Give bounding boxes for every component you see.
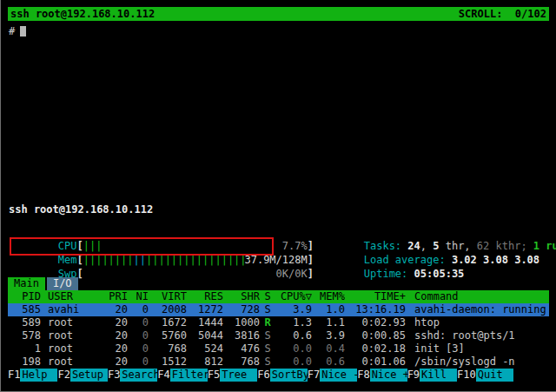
- cell-shr: 1000: [223, 316, 260, 329]
- cell-virt: 2008: [149, 303, 187, 316]
- header-ni[interactable]: NI: [128, 290, 149, 303]
- tab-io[interactable]: I/O: [47, 277, 78, 290]
- cell-command: avahi-daemon: running: [406, 303, 549, 316]
- fnkey-action: Kill: [420, 369, 457, 382]
- header-state[interactable]: S: [260, 290, 275, 303]
- fnkey-quit[interactable]: F10Quit: [457, 369, 513, 382]
- bottom-pane-title: ssh root@192.168.10.112: [9, 203, 153, 216]
- cell-pid: 1: [8, 342, 41, 355]
- cell-state: R: [260, 316, 275, 329]
- process-row[interactable]: 1 root 20 0 768 524 476 S 0.0 0.4 0:02.1…: [8, 342, 549, 355]
- running-label: running: [539, 240, 556, 252]
- cell-ni: 0: [128, 329, 149, 342]
- cell-pri: 20: [103, 342, 128, 355]
- cell-user: root: [41, 329, 103, 342]
- cell-pri: 20: [103, 355, 128, 369]
- fnkey-action: Nice -: [320, 369, 357, 382]
- cell-user: root: [41, 355, 103, 369]
- fnkey-sortby[interactable]: F6SortBy: [257, 369, 307, 382]
- fnkey-help[interactable]: F1Help: [8, 369, 57, 382]
- load-average: Load average: 3.02 3.08 3.08: [314, 239, 539, 253]
- mem-meter-bars-used: ||||||||: [83, 254, 134, 266]
- load-5min: 3.08: [477, 254, 508, 266]
- cell-user: avahi: [41, 303, 103, 316]
- swap-meter-track: 0K/0K: [83, 267, 308, 281]
- header-cpu-sort[interactable]: CPU%▽: [275, 290, 312, 303]
- header-pri[interactable]: PRI: [103, 290, 128, 303]
- tasks-summary: Tasks: 24, 5 thr, 62 kthr; 1 running: [314, 225, 556, 239]
- fnkey-kill[interactable]: F9Kill: [407, 369, 457, 382]
- cell-virt: 1512: [149, 355, 187, 369]
- cell-shr: 476: [223, 342, 260, 355]
- cell-command: /sbin/syslogd -n: [406, 355, 549, 369]
- scroll-indicator: SCROLL: 0/102: [459, 7, 546, 21]
- fnkey-action: Setup: [70, 369, 108, 382]
- fnkey-filter[interactable]: F4Filter: [157, 369, 207, 382]
- fnkey-action: Help: [20, 369, 57, 382]
- cell-cpu: 0.0: [275, 355, 312, 369]
- cell-virt: 768: [149, 342, 187, 355]
- cell-cpu: 1.3: [275, 316, 312, 329]
- header-command[interactable]: Command: [406, 290, 549, 303]
- cell-res: 1272: [187, 303, 223, 316]
- cell-mem: 0.4: [312, 342, 345, 355]
- fnkey-setup[interactable]: F2Setup: [57, 369, 107, 382]
- mem-meter-value: 37.9M/128M: [244, 253, 307, 267]
- header-shr[interactable]: SHR: [223, 290, 260, 303]
- cell-pid: 589: [8, 316, 41, 329]
- cpu-meter-bars: |||: [83, 240, 103, 252]
- terminal-window: ssh root@192.168.10.112 SCROLL: 0/102 # …: [0, 0, 556, 392]
- cell-command: init [3]: [406, 342, 549, 355]
- fnkey-label: F9: [407, 369, 420, 382]
- process-row[interactable]: 589 root 20 0 1672 1444 1000 R 1.3 1.1 0…: [8, 316, 549, 329]
- header-user[interactable]: USER: [41, 290, 103, 303]
- fnkey-label: F8: [357, 369, 369, 382]
- cell-pri: 20: [103, 316, 128, 329]
- cell-time: 0:01.06: [345, 355, 406, 369]
- shell-prompt[interactable]: #: [9, 24, 26, 38]
- load-15min: 3.08: [508, 254, 539, 266]
- fnkey-nice-minus[interactable]: F7Nice -: [308, 369, 357, 382]
- cell-shr: 728: [223, 303, 260, 316]
- cell-command: sshd: root@pts/1: [406, 329, 549, 342]
- fnkey-label: F4: [157, 369, 169, 382]
- htop-panel: CPU[|||7.7%] Tasks: 24, 5 thr, 62 kthr; …: [8, 225, 549, 369]
- cell-ni: 0: [128, 355, 149, 369]
- header-time[interactable]: TIME+: [345, 290, 406, 303]
- cpu-meter-value: 7.7%: [282, 239, 308, 253]
- fnkey-tree[interactable]: F5Tree: [208, 369, 257, 382]
- fnkey-action: SortBy: [270, 369, 308, 382]
- uptime: Uptime: 05:05:35: [314, 253, 464, 267]
- process-row[interactable]: 198 root 20 0 1512 812 768 S 0.0 0.6 0:0…: [8, 355, 549, 369]
- header-mem[interactable]: MEM%: [312, 290, 345, 303]
- cell-mem: 1.1: [312, 316, 345, 329]
- fnkey-action: Filter: [170, 369, 208, 382]
- fnkey-action: Quit: [476, 369, 513, 382]
- prompt-symbol: #: [9, 25, 15, 37]
- top-status-bar: ssh root@192.168.10.112 SCROLL: 0/102: [8, 7, 549, 21]
- ssh-session-title: ssh root@192.168.10.112: [10, 7, 155, 21]
- cpu-meter-track: |||7.7%: [83, 239, 308, 253]
- cell-shr: 3816: [223, 329, 260, 342]
- fnkey-nice-plus[interactable]: F8Nice +: [357, 369, 407, 382]
- header-pid[interactable]: PID: [8, 290, 41, 303]
- mem-meter-track: ||||||||||||||||||||||||||37.9M/128M: [83, 253, 308, 267]
- header-res[interactable]: RES: [187, 290, 223, 303]
- cell-shr: 768: [223, 355, 260, 369]
- function-key-bar: F1Help F2Setup F3Search F4Filter F5Tree …: [8, 369, 549, 382]
- cell-pid: 578: [8, 329, 41, 342]
- fnkey-search[interactable]: F3Search: [108, 369, 157, 382]
- cell-state: S: [260, 342, 275, 355]
- fnkey-action: Nice +: [370, 369, 407, 382]
- tab-main[interactable]: Main: [8, 277, 45, 290]
- cell-time: 0:02.18: [345, 342, 406, 355]
- process-row-selected[interactable]: 585 avahi 20 0 2008 1272 728 S 3.9 1.0 1…: [8, 303, 549, 316]
- uptime-value: 05:05:35: [414, 268, 465, 280]
- cell-virt: 1672: [149, 316, 187, 329]
- cell-virt: 5760: [149, 329, 187, 342]
- process-row[interactable]: 578 root 20 0 5760 5044 3816 S 0.6 3.9 0…: [8, 329, 549, 342]
- cell-res: 5044: [187, 329, 223, 342]
- cell-mem: 3.9: [312, 329, 345, 342]
- header-virt[interactable]: VIRT: [149, 290, 187, 303]
- cell-res: 524: [187, 342, 223, 355]
